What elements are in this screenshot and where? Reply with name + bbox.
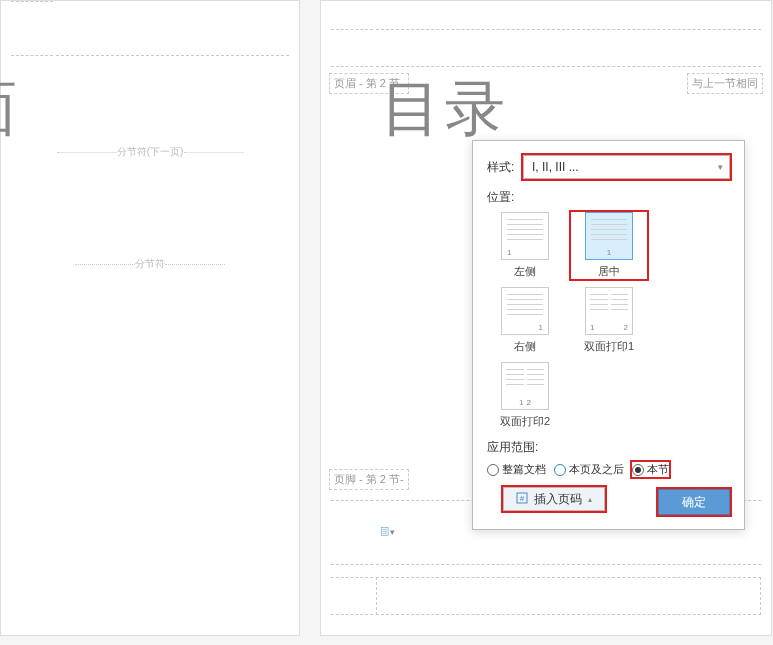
section-break-label: 分节符(下一页) — [117, 145, 184, 159]
footer-section-label: 页脚 - 第 2 节- — [329, 469, 409, 490]
position-label: 位置: — [487, 189, 730, 206]
format-label: 样式: — [487, 159, 523, 176]
position-right[interactable]: 1 右侧 — [487, 287, 563, 354]
insert-page-number-label: 插入页码 — [534, 491, 582, 508]
header-area-left — [56, 1, 289, 56]
layout-options-icon[interactable]: ▾ — [381, 524, 395, 540]
insert-page-number-button[interactable]: # 插入页码 ▴ — [503, 487, 605, 511]
margin-guide — [331, 29, 373, 67]
scope-whole-label: 整篇文档 — [502, 462, 546, 477]
radio-icon — [632, 464, 644, 476]
chevron-down-icon: ▾ — [718, 162, 723, 172]
scope-from-here-label: 本页及之后 — [569, 462, 624, 477]
position-duplex2[interactable]: 1 2 双面打印2 — [487, 362, 563, 429]
scope-label: 应用范围: — [487, 439, 730, 456]
position-grid: 1 左侧 1 居中 1 右侧 1 2 双面打印1 1 2 双面打印2 — [487, 212, 730, 429]
position-left[interactable]: 1 左侧 — [487, 212, 563, 279]
format-dropdown[interactable]: I, II, III ... ▾ — [523, 155, 730, 179]
scope-this-section-label: 本节 — [647, 462, 669, 477]
header-area-right[interactable] — [376, 29, 761, 67]
scope-this-section[interactable]: 本节 — [632, 462, 669, 477]
margin-guide — [11, 1, 53, 56]
chevron-down-icon: ▾ — [390, 527, 395, 537]
page-right-title: 目录 — [381, 69, 509, 150]
margin-guide — [331, 500, 373, 565]
position-center-label: 居中 — [598, 264, 620, 279]
page-number-icon: # — [516, 492, 528, 507]
same-as-prev-label: 与上一节相同 — [687, 73, 763, 94]
chevron-up-icon: ▴ — [588, 495, 592, 504]
format-value: I, II, III ... — [532, 160, 579, 174]
margin-guide — [331, 577, 373, 615]
scope-whole-doc[interactable]: 整篇文档 — [487, 462, 546, 477]
section-break-marker: 分节符(下一页) — [57, 145, 244, 159]
radio-icon — [487, 464, 499, 476]
position-left-label: 左侧 — [514, 264, 536, 279]
scope-from-here[interactable]: 本页及之后 — [554, 462, 624, 477]
position-duplex1-label: 双面打印1 — [584, 339, 634, 354]
position-right-label: 右侧 — [514, 339, 536, 354]
ok-button[interactable]: 确定 — [658, 489, 730, 515]
page-left-title: 面 — [0, 69, 21, 150]
radio-icon — [554, 464, 566, 476]
scope-options: 整篇文档 本页及之后 本节 — [487, 462, 730, 477]
page-number-popup: 样式: I, II, III ... ▾ 位置: 1 左侧 1 居中 1 右侧 … — [472, 140, 745, 530]
position-duplex1[interactable]: 1 2 双面打印1 — [571, 287, 647, 354]
body-placeholder — [376, 577, 761, 615]
svg-text:#: # — [520, 494, 525, 503]
position-duplex2-label: 双面打印2 — [500, 414, 550, 429]
position-center[interactable]: 1 居中 — [571, 212, 647, 279]
page-left: 面 分节符(下一页) 分节符 — [0, 0, 300, 636]
section-break-marker: 分节符 — [75, 257, 225, 271]
section-break-label: 分节符 — [135, 257, 165, 271]
